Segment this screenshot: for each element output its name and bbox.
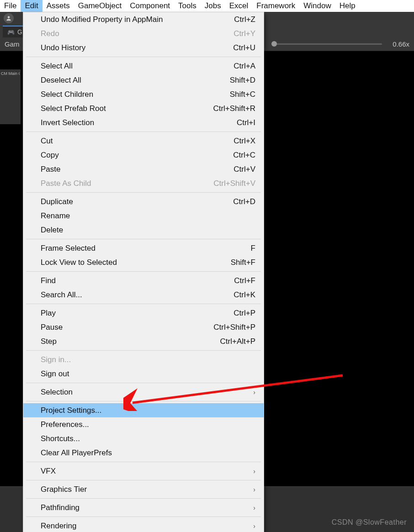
edit-menu-dropdown: Undo Modified Property in AppMainCtrl+ZR… xyxy=(23,12,264,532)
menu-item-shortcut: Ctrl+Shift+R xyxy=(196,104,255,113)
menu-item-rendering[interactable]: Rendering› xyxy=(23,519,264,532)
menu-item-label: Invert Selection xyxy=(41,118,94,127)
menubar-item-component[interactable]: Component xyxy=(126,0,174,12)
menu-item-shortcut: Ctrl+Shift+V xyxy=(196,179,255,188)
menu-item-copy[interactable]: CopyCtrl+C xyxy=(23,148,264,162)
chevron-right-icon: › xyxy=(196,468,255,475)
menu-item-frame-selected[interactable]: Frame SelectedF xyxy=(23,241,264,255)
chevron-right-icon: › xyxy=(196,486,255,493)
menubar-item-assets[interactable]: Assets xyxy=(42,0,74,12)
menubar-item-jobs[interactable]: Jobs xyxy=(201,0,225,12)
slider-thumb[interactable] xyxy=(271,41,277,47)
menu-item-pathfinding[interactable]: Pathfinding› xyxy=(23,500,264,515)
menu-item-graphics-tier[interactable]: Graphics Tier› xyxy=(23,482,264,496)
menu-item-shortcut: Shift+F xyxy=(196,258,255,267)
menubar-item-file[interactable]: File xyxy=(0,0,21,12)
menu-item-redo: RedoCtrl+Y xyxy=(23,26,264,41)
slider-track[interactable] xyxy=(272,43,382,45)
menu-item-project-settings[interactable]: Project Settings... xyxy=(23,403,264,417)
zoom-value: 0.66x xyxy=(387,40,409,48)
menu-item-label: Clear All PlayerPrefs xyxy=(41,448,112,458)
menu-item-label: Graphics Tier xyxy=(41,485,87,494)
menu-item-shortcut: Ctrl+Shift+P xyxy=(196,323,255,332)
menu-item-pause[interactable]: PauseCtrl+Shift+P xyxy=(23,320,264,334)
menu-separator xyxy=(26,516,261,517)
menu-item-shortcut: Shift+C xyxy=(196,90,255,99)
menu-item-shortcut: Ctrl+Alt+P xyxy=(196,337,255,346)
menu-item-shortcut: Shift+D xyxy=(196,76,255,85)
menu-item-delete[interactable]: Delete xyxy=(23,223,264,237)
account-icon[interactable] xyxy=(4,13,14,23)
menubar-item-edit[interactable]: Edit xyxy=(21,0,42,12)
zoom-slider[interactable]: 0.66x xyxy=(272,40,409,48)
menubar-item-tools[interactable]: Tools xyxy=(174,0,201,12)
menu-item-shortcut: Ctrl+Y xyxy=(196,29,255,38)
menu-item-deselect-all[interactable]: Deselect AllShift+D xyxy=(23,73,264,87)
menu-item-label: Deselect All xyxy=(41,76,81,85)
menu-item-lock-view-to-selected[interactable]: Lock View to SelectedShift+F xyxy=(23,255,264,269)
menu-separator xyxy=(26,57,261,57)
menu-item-label: Select Children xyxy=(41,90,93,99)
menu-item-invert-selection[interactable]: Invert SelectionCtrl+I xyxy=(23,116,264,130)
menu-separator xyxy=(26,401,261,401)
menu-item-label: Project Settings... xyxy=(41,406,101,415)
menubar-item-framework[interactable]: Framework xyxy=(252,0,299,12)
menubar-item-window[interactable]: Window xyxy=(299,0,335,12)
menu-item-label: Paste As Child xyxy=(41,179,91,188)
menu-item-find[interactable]: FindCtrl+F xyxy=(23,274,264,288)
menu-item-vfx[interactable]: VFX› xyxy=(23,464,264,478)
menu-separator xyxy=(26,271,261,272)
menu-item-select-children[interactable]: Select ChildrenShift+C xyxy=(23,87,264,101)
menu-item-shortcut: Ctrl+U xyxy=(196,43,255,53)
menu-item-label: Redo xyxy=(41,29,59,38)
menu-item-shortcut: Ctrl+Z xyxy=(196,15,255,24)
menubar-item-gameobject[interactable]: GameObject xyxy=(74,0,126,12)
menu-item-label: Paste xyxy=(41,165,60,174)
scene-overlay-line: CM Main C xyxy=(1,71,20,76)
menu-item-label: Copy xyxy=(41,151,59,160)
tab-label: G xyxy=(17,28,22,36)
menu-separator xyxy=(26,192,261,193)
menu-item-shortcut: Ctrl+I xyxy=(196,118,255,127)
menubar: FileEditAssetsGameObjectComponentToolsJo… xyxy=(0,0,414,12)
menu-item-paste-as-child: Paste As ChildCtrl+Shift+V xyxy=(23,176,264,190)
menu-item-step[interactable]: StepCtrl+Alt+P xyxy=(23,334,264,348)
chevron-right-icon: › xyxy=(196,522,255,530)
menu-item-label: Pathfinding xyxy=(41,503,80,512)
menu-item-duplicate[interactable]: DuplicateCtrl+D xyxy=(23,195,264,209)
menu-item-selection[interactable]: Selection› xyxy=(23,385,264,399)
menu-item-label: Delete xyxy=(41,226,63,235)
menu-item-play[interactable]: PlayCtrl+P xyxy=(23,306,264,320)
menu-item-label: Play xyxy=(41,309,56,318)
menu-item-label: Sign in... xyxy=(41,355,71,364)
menu-item-cut[interactable]: CutCtrl+X xyxy=(23,134,264,148)
menu-separator xyxy=(26,498,261,499)
menu-item-shortcut: F xyxy=(196,244,255,253)
menu-item-label: Select Prefab Root xyxy=(41,104,106,113)
menu-separator xyxy=(26,304,261,304)
menu-item-label: Sign out xyxy=(41,369,69,379)
menu-item-shortcut: Ctrl+D xyxy=(196,197,255,206)
menu-item-preferences[interactable]: Preferences... xyxy=(23,417,264,432)
menu-item-undo-history[interactable]: Undo HistoryCtrl+U xyxy=(23,41,264,55)
menu-item-paste[interactable]: PasteCtrl+V xyxy=(23,162,264,176)
menu-item-shortcut: Ctrl+K xyxy=(196,290,255,300)
menu-item-search-all[interactable]: Search All...Ctrl+K xyxy=(23,288,264,302)
menu-item-label: Undo Modified Property in AppMain xyxy=(41,15,163,24)
menu-item-label: Find xyxy=(41,276,56,285)
menu-item-undo-modified-property-in-appmain[interactable]: Undo Modified Property in AppMainCtrl+Z xyxy=(23,12,264,26)
menu-item-sign-in: Sign in... xyxy=(23,353,264,367)
menu-item-select-prefab-root[interactable]: Select Prefab RootCtrl+Shift+R xyxy=(23,101,264,116)
menubar-item-help[interactable]: Help xyxy=(335,0,360,12)
menu-item-label: Search All... xyxy=(41,290,82,300)
menu-separator xyxy=(26,132,261,132)
menubar-item-excel[interactable]: Excel xyxy=(225,0,253,12)
menu-item-sign-out[interactable]: Sign out xyxy=(23,367,264,381)
menu-item-shortcut: Ctrl+P xyxy=(196,309,255,318)
menu-item-clear-all-playerprefs[interactable]: Clear All PlayerPrefs xyxy=(23,446,264,460)
menu-item-rename[interactable]: Rename xyxy=(23,209,264,223)
menu-item-shortcuts[interactable]: Shortcuts... xyxy=(23,432,264,446)
menu-item-select-all[interactable]: Select AllCtrl+A xyxy=(23,59,264,73)
menu-item-shortcut: Ctrl+C xyxy=(196,151,255,160)
menu-item-label: Step xyxy=(41,337,57,346)
